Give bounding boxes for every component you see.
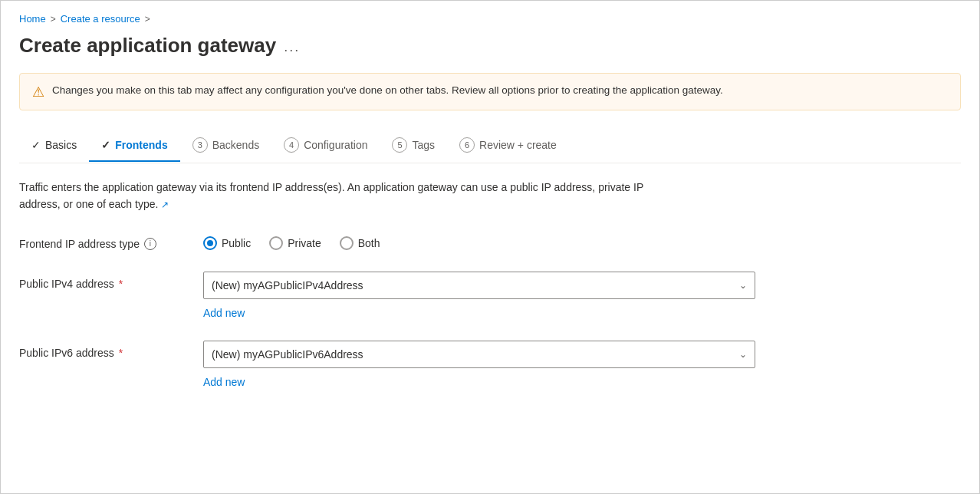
public-ipv6-dropdown-arrow: ⌄ xyxy=(739,349,747,360)
public-ipv4-label-group: Public IPv4 address * xyxy=(19,272,188,290)
tab-bar: ✓ Basics ✓ Frontends 3 Backends 4 Config… xyxy=(19,129,961,163)
check-icon-frontends: ✓ xyxy=(101,139,110,151)
public-ipv6-dropdown[interactable]: (New) myAGPublicIPv6Address ⌄ xyxy=(203,341,755,368)
breadcrumb-home[interactable]: Home xyxy=(19,13,46,25)
breadcrumb-sep-1: > xyxy=(51,14,56,25)
breadcrumb: Home > Create a resource > xyxy=(19,13,961,25)
tab-basics-label: Basics xyxy=(45,139,77,151)
tab-backends-label: Backends xyxy=(212,139,259,151)
public-ipv6-label: Public IPv6 address xyxy=(19,347,114,359)
breadcrumb-create-resource[interactable]: Create a resource xyxy=(61,13,140,25)
public-ipv4-dropdown-arrow: ⌄ xyxy=(739,280,747,291)
form-row-frontend-ip: Frontend IP address type i Public Privat… xyxy=(19,232,961,250)
page-title-row: Create application gateway ... xyxy=(19,34,961,58)
page-title: Create application gateway xyxy=(19,34,276,58)
public-ipv4-dropdown-wrapper: (New) myAGPublicIPv4Address ⌄ xyxy=(203,272,755,299)
public-ipv6-dropdown-wrapper: (New) myAGPublicIPv6Address ⌄ xyxy=(203,341,755,368)
tab-review[interactable]: 6 Review + create xyxy=(447,130,569,163)
breadcrumb-sep-2: > xyxy=(145,14,150,25)
radio-circle-private xyxy=(269,236,283,250)
radio-both[interactable]: Both xyxy=(340,236,380,250)
step-circle-configuration: 4 xyxy=(284,137,299,153)
tab-configuration-label: Configuration xyxy=(304,139,367,151)
step-circle-review: 6 xyxy=(459,137,475,153)
tab-frontends-label: Frontends xyxy=(115,139,167,151)
form-row-public-ipv4: Public IPv4 address * (New) myAGPublicIP… xyxy=(19,272,961,319)
tab-backends[interactable]: 3 Backends xyxy=(180,130,271,163)
public-ipv6-label-group: Public IPv6 address * xyxy=(19,341,188,359)
warning-text: Changes you make on this tab may affect … xyxy=(52,83,723,98)
radio-public[interactable]: Public xyxy=(203,236,251,250)
public-ipv4-dropdown-value: (New) myAGPublicIPv4Address xyxy=(212,279,363,291)
public-ipv4-add-new[interactable]: Add new xyxy=(203,307,245,319)
tab-basics[interactable]: ✓ Basics xyxy=(19,131,89,162)
frontend-ip-label: Frontend IP address type xyxy=(19,238,140,250)
public-ipv6-required: * xyxy=(119,347,123,359)
step-circle-tags: 5 xyxy=(392,137,407,153)
frontend-ip-radio-group: Public Private Both xyxy=(203,232,755,250)
tab-review-label: Review + create xyxy=(479,139,557,151)
frontend-ip-control: Public Private Both xyxy=(203,232,755,250)
tab-frontends[interactable]: ✓ Frontends xyxy=(89,131,179,162)
page-container: Home > Create a resource > Create applic… xyxy=(0,0,980,494)
warning-icon: ⚠ xyxy=(32,84,44,100)
more-options-button[interactable]: ... xyxy=(284,39,300,55)
public-ipv4-dropdown[interactable]: (New) myAGPublicIPv4Address ⌄ xyxy=(203,272,755,299)
public-ipv6-dropdown-value: (New) myAGPublicIPv6Address xyxy=(212,348,363,361)
description-text: Traffic enters the application gateway v… xyxy=(19,181,643,210)
step-circle-backends: 3 xyxy=(192,137,208,153)
frontend-ip-label-group: Frontend IP address type i xyxy=(19,232,188,250)
tab-description: Traffic enters the application gateway v… xyxy=(19,179,648,213)
form-section: Frontend IP address type i Public Privat… xyxy=(19,232,961,388)
radio-public-label: Public xyxy=(222,237,251,249)
frontend-ip-info-icon[interactable]: i xyxy=(144,238,156,250)
public-ipv6-control: (New) myAGPublicIPv6Address ⌄ Add new xyxy=(203,341,755,388)
radio-circle-public xyxy=(203,236,217,250)
form-row-public-ipv6: Public IPv6 address * (New) myAGPublicIP… xyxy=(19,341,961,388)
tab-tags-label: Tags xyxy=(412,139,435,151)
public-ipv4-required: * xyxy=(119,278,123,290)
public-ipv4-control: (New) myAGPublicIPv4Address ⌄ Add new xyxy=(203,272,755,319)
warning-banner: ⚠ Changes you make on this tab may affec… xyxy=(19,73,961,110)
public-ipv4-label: Public IPv4 address xyxy=(19,278,114,290)
tab-tags[interactable]: 5 Tags xyxy=(380,130,447,163)
tab-configuration[interactable]: 4 Configuration xyxy=(271,130,380,163)
radio-private[interactable]: Private xyxy=(269,236,321,250)
public-ipv6-add-new[interactable]: Add new xyxy=(203,376,245,388)
radio-private-label: Private xyxy=(288,237,321,249)
radio-both-label: Both xyxy=(358,237,380,249)
description-link[interactable] xyxy=(161,198,169,210)
radio-circle-both xyxy=(340,236,354,250)
check-icon-basics: ✓ xyxy=(31,139,41,151)
